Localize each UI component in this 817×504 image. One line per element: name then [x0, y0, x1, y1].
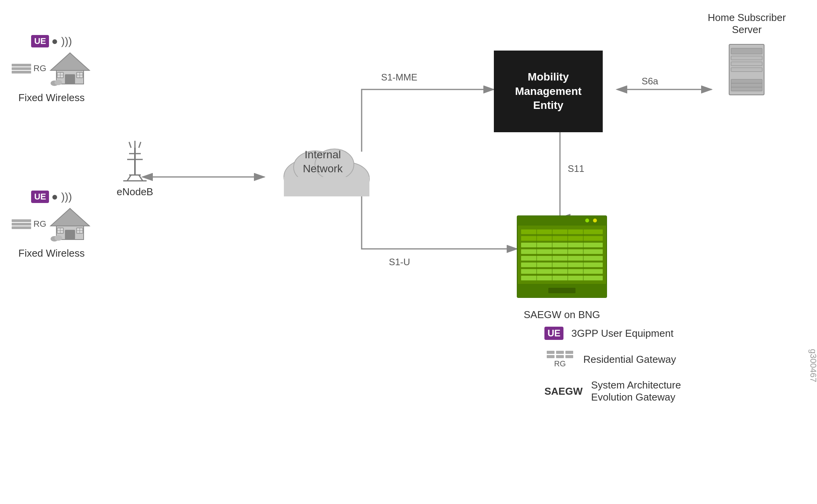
svg-rect-57	[521, 229, 603, 234]
legend-ue-text: 3GPP User Equipment	[571, 327, 674, 340]
watermark: g300467	[808, 349, 817, 382]
svg-rect-62	[521, 262, 603, 267]
hss-label: Home SubscriberServer	[708, 12, 786, 36]
fw-bottom-group: UE ● ))) RG Fix	[12, 191, 91, 259]
ue-row-bottom: UE ● )))	[31, 191, 72, 203]
enodeb-label: eNodeB	[117, 186, 153, 198]
mme-label: MobilityManagementEntity	[515, 70, 581, 112]
svg-line-37	[139, 175, 143, 181]
legend-ue-badge: UE	[544, 327, 563, 340]
legend-rg-key: RG	[554, 359, 566, 368]
cloud-label: InternalNetwork	[264, 148, 381, 176]
svg-rect-60	[521, 249, 603, 254]
hss-icon	[723, 40, 770, 103]
rg-row-top: RG	[12, 49, 91, 88]
mme-box: MobilityManagementEntity	[494, 51, 603, 132]
legend-ue: UE 3GPP User Equipment	[544, 327, 681, 340]
house-icon-bottom	[49, 205, 91, 243]
rg-label-top: RG	[33, 63, 46, 74]
svg-line-32	[129, 142, 131, 148]
signal-bottom: ● )))	[51, 191, 72, 203]
fw-bottom-label: Fixed Wireless	[18, 247, 84, 259]
svg-rect-61	[521, 256, 603, 261]
svg-rect-66	[548, 288, 576, 293]
fw-top-group: UE ● ))) RG	[12, 35, 91, 104]
svg-rect-44	[284, 177, 369, 196]
svg-point-56	[593, 219, 597, 222]
svg-point-17	[54, 80, 62, 85]
s11-label: S11	[568, 163, 584, 174]
enodeb-container: eNodeB	[117, 136, 153, 198]
rg-row-bottom: RG	[12, 205, 91, 243]
legend-saegw: SAEGW System Architecture Evolution Gate…	[544, 379, 681, 403]
svg-line-34	[139, 142, 141, 148]
svg-point-28	[54, 235, 62, 241]
svg-point-55	[585, 219, 589, 222]
s1mme-label: S1-MME	[381, 72, 417, 83]
legend-saegw-key: SAEGW	[544, 385, 583, 397]
s6a-label: S6a	[642, 76, 658, 87]
ue-row-top: UE ● )))	[31, 35, 72, 47]
svg-rect-50	[731, 79, 762, 91]
svg-rect-49	[731, 68, 762, 72]
ue-badge-bottom: UE	[31, 191, 49, 203]
svg-rect-64	[521, 276, 603, 280]
legend-rg: RG Residential Gateway	[544, 351, 681, 368]
svg-marker-8	[51, 53, 89, 70]
svg-rect-9	[65, 74, 75, 84]
house-icon-top	[49, 49, 91, 88]
legend-rg-icon: RG	[544, 351, 576, 368]
hss-container: Home SubscriberServer	[708, 12, 786, 103]
svg-rect-63	[521, 269, 603, 274]
svg-rect-48	[731, 62, 762, 66]
ue-badge-top: UE	[31, 35, 49, 47]
legend-saegw-text: System Architecture Evolution Gateway	[591, 379, 681, 403]
svg-rect-46	[731, 48, 762, 54]
legend-container: UE 3GPP User Equipment RG Residential Ga…	[544, 327, 681, 403]
svg-rect-47	[731, 56, 762, 60]
svg-marker-19	[51, 208, 89, 226]
saegw-label: SAEGW on BNG	[524, 308, 600, 322]
signal-top: ● )))	[51, 35, 72, 47]
legend-rg-text: Residential Gateway	[583, 354, 676, 366]
cloud-container: InternalNetwork	[264, 124, 381, 210]
s1u-label: S1-U	[389, 257, 410, 268]
svg-rect-20	[65, 230, 75, 240]
diagram-container: UE ● ))) RG	[0, 0, 817, 504]
saegw-container: SAEGW on BNG	[513, 212, 611, 322]
fw-top-label: Fixed Wireless	[18, 92, 84, 104]
rg-icon-top	[12, 64, 31, 74]
saegw-icon	[513, 212, 611, 305]
svg-rect-58	[521, 236, 603, 241]
svg-rect-59	[521, 243, 603, 247]
rg-icon-bottom	[12, 219, 31, 229]
rg-label-bottom: RG	[33, 219, 46, 229]
enodeb-icon	[119, 136, 150, 183]
svg-line-36	[127, 175, 131, 181]
